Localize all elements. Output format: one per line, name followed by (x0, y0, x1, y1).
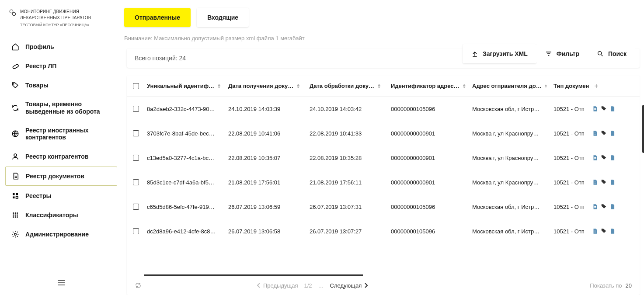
column-doc-type[interactable]: Тип докумен (553, 83, 589, 89)
row-checkbox[interactable] (133, 204, 139, 210)
svg-rect-26 (594, 158, 596, 159)
page-dots: … (318, 282, 324, 289)
tag-icon[interactable] (601, 155, 607, 161)
sidebar-item-profile[interactable]: Профиль (5, 38, 117, 56)
tag-icon[interactable] (601, 106, 607, 112)
sidebar-item-reestry[interactable]: Реестры (5, 187, 117, 205)
add-column-button[interactable]: + (592, 82, 601, 90)
prev-page-button[interactable]: Предыдущая (257, 282, 298, 289)
row-checkbox[interactable] (133, 179, 139, 185)
svg-rect-6 (13, 193, 15, 195)
cell-address-id: 00000000105096 (391, 204, 470, 210)
tab-incoming[interactable]: Входящие (197, 8, 249, 27)
cell-date-processed: 22.08.2019 10:41:33 (310, 130, 388, 137)
sidebar-item-documents[interactable]: Реестр документов (5, 167, 117, 186)
doc2-icon[interactable] (609, 155, 616, 161)
tag-icon[interactable] (601, 204, 607, 210)
upload-xml-button[interactable]: Загрузить XML (463, 44, 536, 63)
doc1-icon[interactable] (592, 106, 598, 112)
svg-point-16 (13, 216, 14, 218)
doc1-icon[interactable] (592, 179, 598, 185)
sidebar-item-contragents[interactable]: Реестр контрагентов (5, 147, 117, 166)
column-date-received[interactable]: Дата получения доку… (228, 83, 307, 89)
row-actions (592, 179, 624, 185)
svg-point-0 (10, 10, 13, 13)
doc2-icon[interactable] (609, 130, 616, 136)
brand: МОНИТОРИНГ ДВИЖЕНИЯ ЛЕКАРСТВЕННЫХ ПРЕПАР… (5, 9, 117, 27)
cell-address-id: 00000000000901 (391, 155, 470, 161)
sidebar-item-tovary-vyvedennye[interactable]: Товары, временно выведенные из оборота (5, 95, 117, 121)
doc1-icon[interactable] (592, 130, 598, 136)
doc1-icon[interactable] (592, 155, 598, 161)
svg-rect-24 (594, 134, 596, 134)
row-checkbox[interactable] (133, 155, 139, 161)
cell-date-received: 22.08.2019 10:41:06 (228, 130, 307, 137)
cell-sender-addr: Москва г, ул Краснопру… (472, 130, 551, 137)
doc2-icon[interactable] (609, 106, 616, 112)
row-checkbox[interactable] (133, 130, 139, 136)
search-button[interactable]: Поиск (588, 44, 635, 63)
cell-date-received: 26.07.2019 13:06:59 (228, 204, 307, 210)
refresh-button[interactable] (135, 282, 142, 289)
cell-doc-type: 10521 - Отп (553, 130, 589, 137)
doc1-icon[interactable] (592, 204, 598, 210)
svg-rect-30 (594, 207, 596, 208)
tag-icon[interactable] (601, 130, 607, 136)
tag-icon[interactable] (601, 179, 607, 185)
svg-point-1 (12, 12, 16, 16)
cell-doc-type: 10521 - Отп (553, 155, 589, 161)
svg-rect-27 (594, 182, 596, 182)
column-address-id[interactable]: Идентификатор адрес… (391, 83, 470, 89)
grid-icon (11, 192, 19, 200)
vertical-scrollbar[interactable] (642, 105, 644, 153)
table-row[interactable]: c13ed5a0-3277-4c1a-bc… 22.08.2019 10:35:… (127, 146, 640, 170)
row-checkbox[interactable] (133, 228, 139, 234)
doc2-icon[interactable] (609, 228, 616, 234)
table-row[interactable]: c65d5d86-5efc-47fe-919… 26.07.2019 13:06… (127, 194, 640, 219)
doc2-icon[interactable] (609, 204, 616, 210)
cell-doc-type: 10521 - Отп (553, 106, 589, 112)
select-all-checkbox[interactable] (133, 83, 139, 89)
svg-rect-23 (594, 133, 596, 133)
cell-sender-addr: Московская обл, г Истр… (472, 204, 551, 210)
svg-rect-25 (594, 157, 596, 158)
sidebar-item-foreign-contragents[interactable]: Реестр иностранных контрагентов (5, 121, 117, 147)
total-label: Всего позиций: 24 (135, 55, 186, 62)
table-row[interactable]: 8a2daeb2-332c-4473-90… 24.10.2019 14:03:… (127, 97, 640, 121)
cell-address-id: 00000000105096 (391, 106, 470, 112)
sidebar-item-classifiers[interactable]: Классификаторы (5, 206, 117, 224)
doc1-icon[interactable] (592, 228, 598, 234)
row-actions (592, 106, 624, 112)
sidebar-item-admin[interactable]: Администрирование (5, 225, 117, 243)
svg-point-11 (15, 212, 16, 214)
svg-point-15 (17, 215, 18, 216)
sidebar-item-label: Товары, временно выведенные из оборота (25, 101, 111, 115)
collapse-sidebar-button[interactable] (53, 276, 69, 290)
cell-date-received: 24.10.2019 14:03:39 (228, 106, 307, 112)
table-row[interactable]: 3703fc7e-8baf-45de-bec… 22.08.2019 10:41… (127, 121, 640, 146)
row-actions (592, 204, 624, 210)
table-row[interactable]: dc2d8a96-e412-4cfe-8c8… 26.07.2019 13:06… (127, 219, 640, 243)
tab-sent[interactable]: Отправленные (124, 8, 191, 27)
sidebar-item-reestr-lp[interactable]: Реестр ЛП (5, 57, 117, 75)
row-checkbox[interactable] (133, 106, 139, 112)
next-page-button[interactable]: Следующая (330, 282, 368, 289)
sidebar-item-label: Реестр иностранных контрагентов (25, 127, 111, 142)
column-date-processed[interactable]: Дата обработки доку… (310, 83, 388, 89)
row-actions (592, 228, 624, 234)
cell-date-processed: 26.07.2019 13:07:31 (310, 204, 388, 210)
filter-button[interactable]: Фильтр (536, 44, 588, 63)
column-uid[interactable]: Уникальный идентиф… (147, 83, 226, 89)
sidebar-item-label: Реестры (25, 192, 52, 200)
column-sender-addr[interactable]: Адрес отправителя до… (472, 83, 551, 89)
svg-rect-8 (13, 197, 15, 199)
svg-point-18 (17, 216, 18, 218)
per-page-select[interactable]: 20 (626, 282, 632, 289)
table-row[interactable]: 85d3c1ce-c7df-4a6a-bf5… 21.08.2019 17:56… (127, 170, 640, 194)
doc2-icon[interactable] (609, 179, 616, 185)
sidebar-item-tovary[interactable]: Товары (5, 76, 117, 94)
document-icon (12, 172, 20, 180)
cycle-icon (11, 104, 19, 112)
tag-icon[interactable] (601, 228, 607, 234)
brand-icon (9, 9, 17, 17)
